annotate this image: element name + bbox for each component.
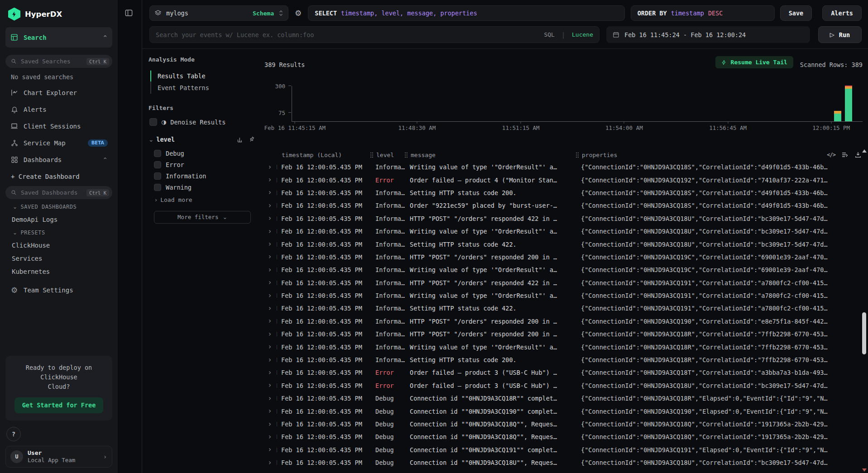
expand-row-icon[interactable]: › xyxy=(264,215,277,222)
expand-row-icon[interactable]: › xyxy=(264,228,277,235)
preset-item-kubernetes[interactable]: Kubernetes xyxy=(5,265,112,278)
bar-chart-icon[interactable] xyxy=(237,136,244,143)
sidebar-item-dashboards[interactable]: Dashboards ⌃ xyxy=(5,151,112,168)
drag-handle-icon[interactable] xyxy=(575,152,579,158)
expand-row-icon[interactable]: › xyxy=(264,267,277,273)
code-view-icon[interactable]: </> xyxy=(827,152,835,158)
scroll-down-icon[interactable] xyxy=(862,468,867,472)
chevron-up-icon[interactable]: ⌃ xyxy=(102,34,108,41)
time-range-picker[interactable]: Feb 16 11:45:24 - Feb 16 12:00:24 xyxy=(606,26,810,43)
checkbox-error[interactable] xyxy=(154,161,161,168)
mode-results-table[interactable]: Results Table xyxy=(151,70,255,82)
alerts-button[interactable]: Alerts xyxy=(822,5,862,21)
expand-row-icon[interactable]: › xyxy=(264,279,277,286)
expand-row-icon[interactable]: › xyxy=(264,395,277,402)
gear-icon[interactable]: ⚙ xyxy=(295,9,302,18)
drag-handle-icon[interactable] xyxy=(404,152,408,158)
help-button[interactable]: ? xyxy=(6,427,21,441)
expand-row-icon[interactable]: › xyxy=(264,331,277,338)
log-row[interactable]: › Feb 16 12:00:05.435 PM Informa… Writin… xyxy=(264,225,868,238)
resume-live-tail-button[interactable]: Resume Live Tail xyxy=(715,56,793,68)
preset-item-clickhouse[interactable]: ClickHouse xyxy=(5,239,112,252)
sidebar-item-service-map[interactable]: Service Map BETA xyxy=(5,134,112,151)
order-by-input[interactable]: ORDER BY timestamp DESC xyxy=(631,5,775,21)
expand-row-icon[interactable]: › xyxy=(264,292,277,299)
level-filter-group[interactable]: ⌄ level xyxy=(149,136,255,143)
expand-row-icon[interactable]: › xyxy=(264,241,277,248)
drag-handle-icon[interactable] xyxy=(370,152,374,158)
column-header-message[interactable]: message xyxy=(410,152,581,158)
log-row[interactable]: › Feb 16 12:00:05.435 PM Debug Connectio… xyxy=(264,392,868,405)
pin-icon[interactable] xyxy=(247,135,256,143)
log-row[interactable]: › Feb 16 12:00:05.435 PM Error Order fai… xyxy=(264,379,868,392)
saved-dashboards-input[interactable]: Saved Dashboards Ctrl K xyxy=(5,186,112,199)
checkbox-information[interactable] xyxy=(154,172,161,180)
dashboard-item-demoapi-logs[interactable]: DemoApi Logs xyxy=(5,213,112,226)
log-row[interactable]: › Feb 16 12:00:05.435 PM Error Order fai… xyxy=(264,173,868,186)
sql-toggle[interactable]: SQL xyxy=(544,31,554,38)
chart-bar[interactable] xyxy=(834,111,841,121)
load-more-button[interactable]: › Load more xyxy=(149,193,255,203)
expand-row-icon[interactable]: › xyxy=(264,357,277,363)
level-option-debug[interactable]: Debug xyxy=(149,148,255,159)
scrollbar-thumb[interactable] xyxy=(862,312,866,354)
log-row[interactable]: › Feb 16 12:00:05.435 PM Informa… Settin… xyxy=(264,186,868,199)
expand-row-icon[interactable]: › xyxy=(264,408,277,415)
expand-row-icon[interactable]: › xyxy=(264,344,277,350)
expand-row-icon[interactable]: › xyxy=(264,189,277,196)
saved-dashboards-section[interactable]: ⌄ SAVED DASHBOARDS xyxy=(5,200,112,213)
log-row[interactable]: › Feb 16 12:00:05.435 PM Debug Connectio… xyxy=(264,418,868,430)
expand-row-icon[interactable]: › xyxy=(264,164,277,171)
more-filters-button[interactable]: More filters ⌄ xyxy=(154,211,251,224)
download-icon[interactable] xyxy=(854,151,862,158)
log-row[interactable]: › Feb 16 12:00:05.435 PM Informa… Settin… xyxy=(264,238,868,250)
schema-label[interactable]: Schema xyxy=(253,10,274,17)
chevron-up-icon[interactable]: ⌃ xyxy=(102,156,108,163)
column-header-timestamp[interactable]: timestamp (Local) xyxy=(277,152,375,158)
sidebar-item-search[interactable]: Search ⌃ xyxy=(5,27,112,48)
checkbox-debug[interactable] xyxy=(154,150,161,157)
sidebar-item-alerts[interactable]: Alerts xyxy=(5,101,112,118)
log-row[interactable]: › Feb 16 12:00:05.435 PM Informa… HTTP "… xyxy=(264,277,868,289)
get-started-button[interactable]: Get Started for Free xyxy=(14,397,103,413)
denoise-checkbox[interactable] xyxy=(149,118,157,126)
checkbox-warning[interactable] xyxy=(154,184,161,191)
collapse-sidebar-icon[interactable] xyxy=(125,9,133,17)
log-row[interactable]: › Feb 16 12:00:05.435 PM Informa… HTTP "… xyxy=(264,212,868,225)
select-columns-input[interactable]: SELECT timestamp, level, message, proper… xyxy=(308,5,624,21)
mode-event-patterns[interactable]: Event Patterns xyxy=(151,82,255,94)
log-row[interactable]: › Feb 16 12:00:05.435 PM Informa… HTTP "… xyxy=(264,315,868,328)
sidebar-item-client-sessions[interactable]: Client Sessions xyxy=(5,118,112,134)
chart-bar[interactable] xyxy=(845,86,852,121)
log-row[interactable]: › Feb 16 12:00:05.435 PM Informa… Writin… xyxy=(264,161,868,173)
log-row[interactable]: › Feb 16 12:00:05.435 PM Informa… Settin… xyxy=(264,354,868,366)
row-density-icon[interactable] xyxy=(841,151,849,158)
log-row[interactable]: › Feb 16 12:00:05.435 PM Debug Connectio… xyxy=(264,430,868,443)
denoise-results-option[interactable]: ◑ Denoise Results xyxy=(149,118,255,126)
scrollbar[interactable] xyxy=(862,149,867,472)
lucene-toggle[interactable]: Lucene xyxy=(572,31,593,38)
log-row[interactable]: › Feb 16 12:00:05.435 PM Error Order fai… xyxy=(264,366,868,379)
sidebar-item-chart-explorer[interactable]: Chart Explorer xyxy=(5,84,112,101)
run-button[interactable]: ▷ Run xyxy=(818,26,862,43)
log-row[interactable]: › Feb 16 12:00:05.435 PM Informa… HTTP "… xyxy=(264,328,868,340)
level-option-error[interactable]: Error xyxy=(149,159,255,170)
log-row[interactable]: › Feb 16 12:00:05.435 PM Informa… Writin… xyxy=(264,289,868,302)
log-row[interactable]: › Feb 16 12:00:05.435 PM Informa… HTTP "… xyxy=(264,251,868,263)
level-option-warning[interactable]: Warning xyxy=(149,182,255,193)
presets-section[interactable]: ⌄ PRESETS xyxy=(5,226,112,239)
search-input[interactable]: Search your events w/ Lucene ex. column:… xyxy=(149,26,599,43)
log-row[interactable]: › Feb 16 12:00:05.435 PM Informa… Settin… xyxy=(264,302,868,315)
expand-row-icon[interactable]: › xyxy=(264,459,277,466)
create-dashboard-button[interactable]: + Create Dashboard xyxy=(5,168,112,184)
column-header-properties[interactable]: properties xyxy=(581,152,827,158)
log-row[interactable]: › Feb 16 12:00:05.435 PM Debug Connectio… xyxy=(264,405,868,417)
save-button[interactable]: Save xyxy=(780,5,812,21)
log-row[interactable]: › Feb 16 12:00:05.435 PM Debug Connectio… xyxy=(264,469,868,473)
preset-item-services[interactable]: Services xyxy=(5,252,112,265)
scroll-up-icon[interactable] xyxy=(862,149,867,153)
source-select[interactable]: mylogs Schema xyxy=(149,5,288,21)
saved-searches-input[interactable]: Saved Searches Ctrl K xyxy=(5,55,112,68)
expand-row-icon[interactable]: › xyxy=(264,369,277,376)
log-row[interactable]: › Feb 16 12:00:05.435 PM Debug Connectio… xyxy=(264,444,868,456)
